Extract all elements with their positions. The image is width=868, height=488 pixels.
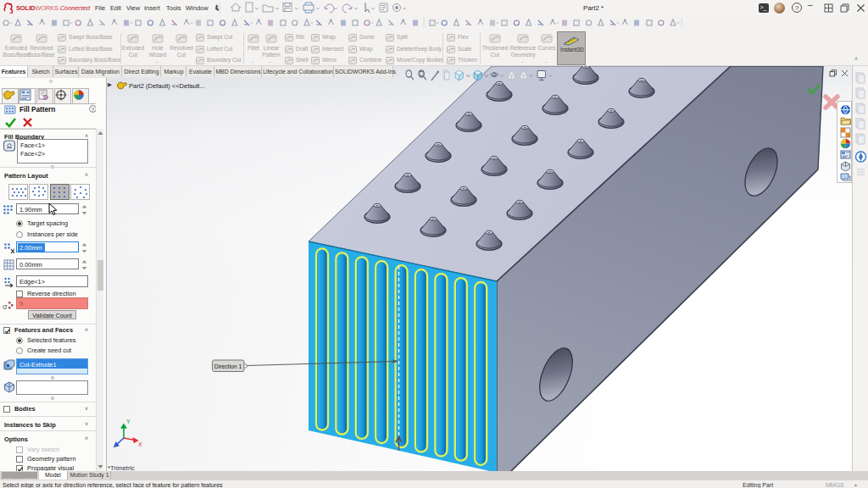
svg-text:σ: σ (3, 302, 8, 311)
svg-text:X: X (138, 441, 142, 447)
svg-text:Y: Y (126, 419, 131, 424)
svg-text:Direction 1: Direction 1 (214, 363, 242, 369)
svg-text:*Trimetric: *Trimetric (108, 464, 135, 471)
